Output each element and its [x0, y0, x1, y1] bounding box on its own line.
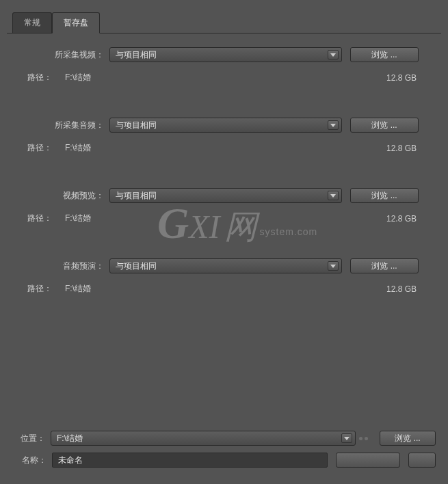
captured-audio-size: 12.8 GB [359, 144, 427, 153]
chevron-down-icon [328, 191, 339, 200]
location-browse-button[interactable]: 浏览 ... [380, 431, 436, 446]
captured-audio-path-value: F:\结婚 [58, 142, 359, 154]
video-preview-path-label: 路径： [21, 213, 58, 224]
captured-video-path-label: 路径： [21, 72, 58, 83]
video-preview-size: 12.8 GB [359, 214, 427, 224]
audio-preview-path-value: F:\结婚 [58, 283, 359, 295]
captured-audio-dropdown[interactable]: 与项目相同 [109, 118, 342, 133]
bottom-bar: 位置： F:\结婚 浏览 ... 名称： [12, 431, 436, 474]
captured-audio-group: 所采集音频： 与项目相同 浏览 ... 路径： F:\结婚 12.8 GB [21, 118, 427, 154]
captured-video-label: 所采集视频： [21, 49, 109, 61]
location-value: F:\结婚 [57, 433, 83, 444]
captured-video-size: 12.8 GB [359, 73, 427, 83]
video-preview-group: 视频预览： 与项目相同 浏览 ... 路径： F:\结婚 12.8 GB [21, 188, 427, 224]
chevron-down-icon [328, 50, 339, 59]
video-preview-value: 与项目相同 [116, 190, 157, 202]
location-label: 位置： [12, 433, 51, 444]
captured-audio-browse-button[interactable]: 浏览 ... [350, 118, 419, 133]
video-preview-dropdown[interactable]: 与项目相同 [109, 188, 342, 203]
video-preview-label: 视频预览： [21, 190, 109, 202]
audio-preview-label: 音频预演： [21, 260, 109, 272]
bottom-button-2[interactable] [408, 453, 436, 468]
captured-video-group: 所采集视频： 与项目相同 浏览 ... 路径： F:\结婚 12.8 GB [21, 47, 427, 83]
captured-video-browse-button[interactable]: 浏览 ... [350, 47, 419, 62]
audio-preview-dropdown[interactable]: 与项目相同 [109, 258, 342, 273]
location-dots-icon [356, 437, 371, 440]
audio-preview-size: 12.8 GB [359, 284, 427, 294]
captured-audio-value: 与项目相同 [116, 120, 157, 131]
tab-bar: 常规 暂存盘 [0, 0, 448, 33]
video-preview-path-value: F:\结婚 [58, 213, 359, 224]
tab-scratch-disks[interactable]: 暂存盘 [52, 12, 100, 33]
chevron-down-icon [328, 120, 339, 130]
captured-audio-label: 所采集音频： [21, 120, 109, 131]
chevron-down-icon [341, 433, 352, 443]
audio-preview-browse-button[interactable]: 浏览 ... [350, 258, 419, 273]
captured-video-path-value: F:\结婚 [58, 72, 359, 83]
name-label: 名称： [12, 455, 52, 466]
scratch-panel: 所采集视频： 与项目相同 浏览 ... 路径： F:\结婚 12.8 GB 所采… [7, 33, 441, 295]
audio-preview-group: 音频预演： 与项目相同 浏览 ... 路径： F:\结婚 12.8 GB [21, 258, 427, 295]
captured-video-dropdown[interactable]: 与项目相同 [109, 47, 342, 62]
audio-preview-value: 与项目相同 [116, 260, 157, 272]
name-input[interactable] [52, 453, 328, 468]
bottom-button-1[interactable] [336, 453, 400, 468]
captured-video-value: 与项目相同 [116, 49, 157, 61]
audio-preview-path-label: 路径： [21, 283, 58, 295]
location-dropdown[interactable]: F:\结婚 [51, 431, 356, 446]
tab-general[interactable]: 常规 [12, 12, 52, 33]
chevron-down-icon [328, 261, 339, 271]
captured-audio-path-label: 路径： [21, 142, 58, 154]
video-preview-browse-button[interactable]: 浏览 ... [350, 188, 419, 203]
